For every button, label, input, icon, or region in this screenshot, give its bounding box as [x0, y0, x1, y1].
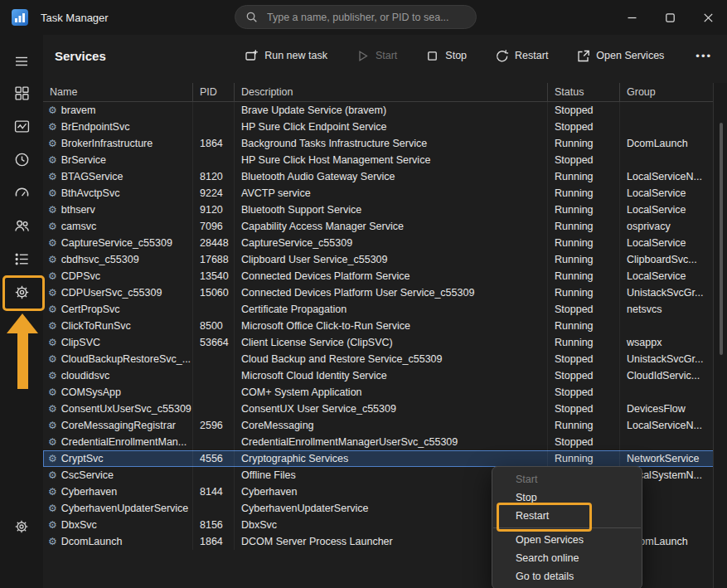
service-group: NetworkService	[620, 450, 714, 467]
open-services-button[interactable]: Open Services	[574, 46, 666, 66]
table-row[interactable]: ⚙CryptSvc4556Cryptographic ServicesRunni…	[43, 450, 714, 467]
service-status: Stopped	[548, 384, 620, 401]
table-row[interactable]: ⚙BrEndpointSvcHP Sure Click Endpoint Ser…	[43, 119, 714, 135]
table-row[interactable]: ⚙CoreMessagingRegistrar2596CoreMessaging…	[43, 417, 714, 434]
service-description: Connected Devices Platform Service	[235, 268, 548, 284]
service-group: DevicesFlow	[620, 401, 714, 417]
service-description: Bluetooth Support Service	[235, 202, 548, 218]
table-row[interactable]: ⚙BrServiceHP Sure Click Host Management …	[43, 152, 714, 168]
minimize-button[interactable]	[613, 0, 651, 35]
column-header-pid[interactable]: PID	[193, 83, 235, 101]
service-name-cell: ⚙CyberhavenUpdaterService	[43, 500, 193, 517]
sidebar-item-users[interactable]	[0, 209, 43, 242]
service-pid	[193, 367, 235, 384]
sidebar-item-settings[interactable]	[0, 510, 43, 543]
settings-gear-icon	[14, 519, 29, 534]
close-button[interactable]	[689, 0, 727, 35]
service-pid: 8120	[193, 168, 235, 185]
hamburger-menu-button[interactable]	[0, 46, 43, 76]
task-manager-logo-icon	[11, 8, 29, 27]
service-description: AVCTP service	[235, 185, 548, 202]
services-gear-icon	[14, 284, 30, 300]
table-row[interactable]: ⚙BrokerInfrastructure1864Background Task…	[43, 135, 714, 152]
service-gear-icon: ⚙	[48, 537, 57, 547]
start-label: Start	[376, 50, 397, 61]
table-row[interactable]: ⚙cbdhsvc_c5530917688Clipboard User Servi…	[43, 251, 714, 268]
service-group: ClipboardSvc...	[620, 251, 714, 268]
service-status: Running	[548, 334, 620, 351]
maximize-button[interactable]	[651, 0, 689, 35]
service-status: Running	[548, 284, 620, 301]
service-gear-icon: ⚙	[48, 387, 57, 397]
startup-apps-icon	[14, 185, 30, 201]
table-row[interactable]: ⚙ConsentUxUserSvc_c55309ConsentUX User S…	[43, 401, 714, 417]
column-header-name[interactable]: Name	[43, 83, 193, 101]
service-name-cell: ⚙DcomLaunch	[43, 533, 193, 550]
task-manager-window: Task Manager	[0, 0, 727, 588]
service-gear-icon: ⚙	[48, 470, 57, 480]
stop-button[interactable]: Stop	[424, 46, 468, 66]
table-row[interactable]: ⚙CloudBackupRestoreSvc_...Cloud Backup a…	[43, 351, 714, 367]
sidebar-item-app-history[interactable]	[0, 143, 43, 176]
table-row[interactable]: ⚙cloudidsvcMicrosoft Cloud Identity Serv…	[43, 367, 714, 384]
scrollbar-thumb[interactable]	[720, 123, 723, 355]
service-name: DbxSvc	[61, 517, 97, 533]
service-status: Stopped	[548, 119, 620, 135]
table-row[interactable]: ⚙CDPSvc13540Connected Devices Platform S…	[43, 268, 714, 284]
table-row[interactable]: ⚙CredentialEnrollmentMan...CredentialEnr…	[43, 434, 714, 450]
table-row[interactable]: ⚙CaptureService_c5530928448CaptureServic…	[43, 235, 714, 251]
sidebar-item-performance[interactable]	[0, 109, 43, 143]
service-status: Stopped	[548, 401, 620, 417]
column-header-description[interactable]: Description	[235, 83, 548, 101]
vertical-scrollbar[interactable]	[713, 83, 727, 588]
context-menu-item-start[interactable]: Start	[492, 470, 642, 488]
service-group	[620, 152, 714, 168]
table-row[interactable]: ⚙bthserv9120Bluetooth Support ServiceRun…	[43, 202, 714, 218]
toolbar: Run new task Start Stop	[243, 46, 717, 66]
stop-label: Stop	[445, 50, 467, 61]
service-group: LocalService	[620, 235, 714, 251]
context-menu-item-go-to-details[interactable]: Go to details	[492, 567, 642, 586]
column-header-group[interactable]: Group	[620, 83, 714, 101]
service-name: DcomLaunch	[61, 533, 123, 550]
table-row[interactable]: ⚙CertPropSvcCertificate PropagationStopp…	[43, 301, 714, 318]
restart-button[interactable]: Restart	[493, 46, 550, 66]
table-row[interactable]: ⚙COMSysAppCOM+ System ApplicationStopped	[43, 384, 714, 401]
service-status: Running	[548, 202, 620, 218]
context-menu-item-search-online[interactable]: Search online	[492, 549, 642, 567]
table-row[interactable]: ⚙BthAvctpSvc9224AVCTP serviceRunningLoca…	[43, 185, 714, 202]
column-header-status[interactable]: Status	[548, 83, 620, 101]
more-options-button[interactable]: •••	[691, 46, 717, 66]
open-services-label: Open Services	[596, 50, 664, 61]
sidebar-item-startup-apps[interactable]	[0, 176, 43, 209]
table-row[interactable]: ⚙CDPUserSvc_c5530915060Connected Devices…	[43, 284, 714, 301]
service-name: bravem	[61, 102, 96, 119]
search-input[interactable]	[265, 11, 466, 24]
service-group	[620, 434, 714, 450]
context-menu-item-open-services[interactable]: Open Services	[492, 531, 642, 549]
table-row[interactable]: ⚙bravemBrave Update Service (bravem)Stop…	[43, 102, 714, 119]
service-gear-icon: ⚙	[48, 205, 57, 215]
service-status: Running	[548, 135, 620, 152]
service-description: Capability Access Manager Service	[235, 218, 548, 235]
service-pid: 15060	[193, 284, 235, 301]
table-row[interactable]: ⚙ClipSVC53664Client License Service (Cli…	[43, 334, 714, 351]
service-name: bthserv	[61, 202, 95, 218]
service-status: Running	[548, 251, 620, 268]
run-new-task-button[interactable]: Run new task	[243, 46, 329, 66]
service-name-cell: ⚙CertPropSvc	[43, 301, 193, 318]
service-pid	[193, 152, 235, 168]
sidebar-item-details[interactable]	[0, 242, 43, 275]
table-row[interactable]: ⚙camsvc7096Capability Access Manager Ser…	[43, 218, 714, 235]
sidebar-item-processes[interactable]	[0, 76, 43, 109]
service-status: Stopped	[548, 102, 620, 119]
table-row[interactable]: ⚙ClickToRunSvc8500Microsoft Office Click…	[43, 318, 714, 334]
table-row[interactable]: ⚙BTAGService8120Bluetooth Audio Gateway …	[43, 168, 714, 185]
service-gear-icon: ⚙	[48, 437, 57, 447]
context-menu-item-restart[interactable]: Restart	[492, 507, 642, 525]
search-box[interactable]	[235, 5, 477, 29]
sidebar-item-services[interactable]	[0, 275, 43, 309]
service-group: wsappx	[620, 334, 714, 351]
start-button[interactable]: Start	[354, 46, 399, 66]
context-menu-item-stop[interactable]: Stop	[492, 488, 642, 507]
